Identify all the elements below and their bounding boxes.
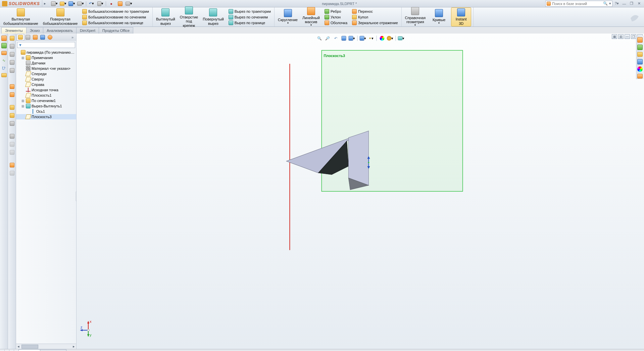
lofted-cut-button[interactable]: Вырез по сечениям bbox=[227, 14, 272, 20]
coordinate-triad[interactable]: x y z bbox=[80, 320, 97, 337]
lp-4[interactable] bbox=[9, 59, 15, 66]
dome-button[interactable]: Купол bbox=[351, 14, 399, 20]
tp-file-explorer-icon[interactable] bbox=[637, 51, 643, 57]
lt-btn-3[interactable] bbox=[1, 50, 7, 56]
tree-plane1[interactable]: Плоскость1 bbox=[16, 93, 76, 98]
tree-top-plane[interactable]: Сверху bbox=[16, 77, 76, 82]
search-box[interactable]: 🔍 ▾ bbox=[545, 1, 612, 7]
search-dropdown-icon[interactable]: ▾ bbox=[609, 1, 611, 6]
tree-tab-config[interactable] bbox=[32, 34, 39, 41]
tree-axis1[interactable]: Ось1 bbox=[16, 109, 76, 114]
tree-right-plane[interactable]: Справа bbox=[16, 82, 76, 87]
screen-capture-button[interactable]: ▾ bbox=[125, 1, 133, 7]
lp-10[interactable] bbox=[9, 120, 15, 127]
tree-annotations[interactable]: ⊞Примечания bbox=[16, 55, 76, 60]
tab-features[interactable]: Элементы bbox=[1, 27, 27, 34]
instant3d-button[interactable]: Instant 3D bbox=[451, 7, 471, 26]
tree-tabs-overflow[interactable]: » bbox=[69, 35, 76, 39]
lp-2[interactable] bbox=[9, 43, 15, 50]
tp-custom-props-icon[interactable] bbox=[637, 73, 643, 79]
search-input[interactable] bbox=[552, 2, 602, 6]
extruded-boss-button[interactable]: Вытянутая бобышка/основание bbox=[2, 8, 40, 26]
lp-5[interactable] bbox=[9, 67, 15, 74]
print-button[interactable]: ▾ bbox=[77, 1, 85, 7]
app-logo[interactable]: SOLIDWORKS bbox=[0, 0, 42, 7]
lp-11[interactable] bbox=[9, 133, 15, 140]
tree-tab-dimxpert[interactable] bbox=[39, 34, 46, 41]
tree-plane3[interactable]: Плоскость3 bbox=[16, 114, 76, 119]
maximize-button[interactable]: ❐ bbox=[629, 1, 635, 7]
tab-model[interactable]: Модель bbox=[18, 349, 40, 351]
boundary-boss-button[interactable]: Бобышка/основание на границе bbox=[81, 20, 150, 26]
tab-office[interactable]: Продукты Office bbox=[99, 27, 133, 34]
options-button[interactable] bbox=[116, 1, 124, 7]
graphics-viewport[interactable]: ▦ ▥ ― ❐ ✕ 🔍 🔎 ↶ ▾ ▾ ✦▾ ▾ ▾ Плоскость3 bbox=[77, 34, 644, 349]
tp-resources-icon[interactable] bbox=[637, 37, 643, 43]
scroll-left-icon[interactable]: ◂ bbox=[16, 344, 21, 349]
tree-sensors[interactable]: Датчики bbox=[16, 60, 76, 66]
select-button[interactable]: ▾ bbox=[96, 1, 104, 7]
curves-button[interactable]: Кривые▾ bbox=[429, 8, 449, 26]
tab-animation1[interactable]: Анимация1 bbox=[40, 349, 67, 351]
new-button[interactable]: ▾ bbox=[50, 1, 58, 7]
hole-wizard-button[interactable]: Отверстие под крепеж bbox=[179, 6, 199, 28]
fillet-button[interactable]: Скругление▾ bbox=[277, 8, 299, 26]
boundary-cut-button[interactable]: Вырез по границе bbox=[227, 20, 272, 26]
lt-btn-2[interactable] bbox=[1, 42, 7, 49]
open-button[interactable]: ▾ bbox=[59, 1, 67, 7]
tree-front-plane[interactable]: Спереди bbox=[16, 71, 76, 77]
lp-7[interactable] bbox=[9, 91, 15, 98]
minimize-button[interactable]: ― bbox=[621, 1, 627, 7]
lp-15[interactable] bbox=[9, 170, 15, 177]
tp-view-palette-icon[interactable] bbox=[637, 59, 643, 65]
lp-14[interactable] bbox=[9, 162, 15, 168]
tab-evaluate[interactable]: Анализировать bbox=[43, 27, 77, 34]
tree-tab-feature[interactable] bbox=[17, 34, 24, 41]
feature-tree[interactable]: пирамида (По умолчанию<<По умол... ⊞Прим… bbox=[16, 49, 76, 344]
lofted-boss-button[interactable]: Бобышка/основание по сечениям bbox=[81, 14, 150, 20]
lp-1[interactable] bbox=[9, 35, 15, 42]
btnav-next[interactable]: ▸ bbox=[9, 350, 14, 351]
reference-geometry-button[interactable]: Справочная геометрия▾ bbox=[404, 6, 427, 28]
tree-filter[interactable]: ▼ bbox=[17, 42, 75, 48]
lt-btn-5[interactable]: ひ bbox=[1, 64, 7, 71]
revolved-boss-button[interactable]: Повернутая бобышка/основание bbox=[42, 8, 79, 26]
tp-design-library-icon[interactable] bbox=[637, 44, 643, 50]
undo-button[interactable]: ↶▾ bbox=[88, 1, 96, 7]
lp-3[interactable] bbox=[9, 51, 15, 58]
menu-pin[interactable]: ▸ bbox=[42, 0, 48, 7]
rib-button[interactable]: Ребро bbox=[323, 9, 349, 14]
lp-8[interactable] bbox=[9, 104, 15, 111]
close-button[interactable]: ✕ bbox=[636, 1, 642, 7]
mirror-button[interactable]: Зеркальное отражение bbox=[351, 20, 399, 26]
tree-origin[interactable]: Исходная точка bbox=[16, 87, 76, 93]
tab-sketch[interactable]: Эскиз bbox=[26, 27, 43, 34]
btnav-first[interactable]: ⏮ bbox=[0, 350, 5, 351]
tree-root[interactable]: пирамида (По умолчанию<<По умол... bbox=[16, 50, 76, 55]
tab-dimxpert[interactable]: DimXpert bbox=[76, 27, 99, 34]
rebuild-button[interactable]: ● bbox=[107, 1, 115, 7]
scroll-right-icon[interactable]: ▸ bbox=[71, 344, 76, 349]
tree-tab-display[interactable] bbox=[46, 34, 54, 41]
help-button[interactable]: ?▾ bbox=[614, 1, 620, 7]
extruded-cut-button[interactable]: Вытянутый вырез bbox=[155, 8, 177, 26]
lt-btn-4[interactable]: ∿ bbox=[1, 57, 7, 64]
lt-btn-1[interactable] bbox=[1, 35, 7, 42]
linear-pattern-button[interactable]: Линейный массив▾ bbox=[301, 6, 321, 28]
btnav-last[interactable]: ⏭ bbox=[14, 350, 19, 351]
lp-12[interactable] bbox=[9, 141, 15, 148]
tree-tab-property[interactable] bbox=[24, 34, 32, 41]
swept-cut-button[interactable]: Вырез по траектории bbox=[227, 9, 272, 14]
tree-material[interactable]: Материал <не указан> bbox=[16, 66, 76, 71]
lp-13[interactable] bbox=[9, 149, 15, 156]
revolved-cut-button[interactable]: Повернутый вырез bbox=[201, 8, 225, 26]
lt-btn-6[interactable] bbox=[1, 72, 7, 79]
tree-loft1[interactable]: ⊞По сечениям1 bbox=[16, 98, 76, 103]
save-button[interactable]: ▾ bbox=[68, 1, 76, 7]
tree-scrollbar[interactable]: ◂ ▸ bbox=[16, 344, 76, 349]
scroll-thumb[interactable] bbox=[21, 345, 38, 349]
shell-button[interactable]: Оболочка bbox=[323, 20, 349, 26]
tree-cut-extrude1[interactable]: ⊞Вырез-Вытянуть1 bbox=[16, 103, 76, 109]
draft-button[interactable]: Уклон bbox=[323, 14, 349, 20]
tp-appearances-icon[interactable] bbox=[637, 66, 643, 72]
